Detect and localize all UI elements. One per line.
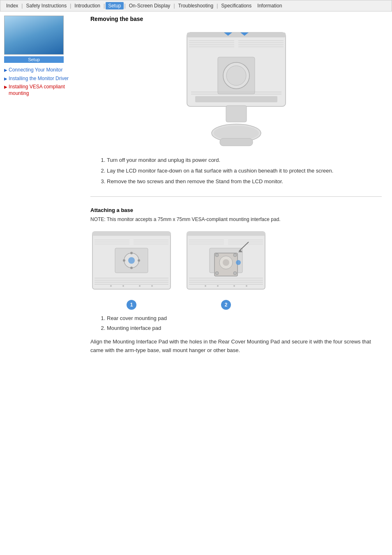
svg-point-68 [217, 285, 219, 287]
svg-point-35 [130, 267, 133, 269]
remove-step-2: Lay the LCD monitor face-down on a flat … [107, 166, 365, 175]
attaching-item-2: Mounting interface pad [107, 324, 365, 333]
nav-setup[interactable]: Setup [106, 2, 123, 9]
main-layout: Setup ▶ Connecting Your Monitor ▶ Instal… [0, 12, 392, 359]
attaching-image-2: 2 [185, 230, 267, 310]
sidebar-link-driver[interactable]: ▶ Installing the Monitor Driver [4, 76, 84, 82]
circle-number-1: 1 [127, 300, 136, 310]
nav-sep-6: | [217, 3, 218, 9]
nav-osd[interactable]: On-Screen Display [127, 2, 173, 9]
nav-intro[interactable]: Introduction [72, 2, 103, 9]
attaching-item-1: Rear cover mounting pad [107, 314, 365, 323]
sidebar-link-connecting[interactable]: ▶ Connecting Your Monitor [4, 67, 84, 74]
align-text: Align the Mounting Interface Pad with th… [90, 338, 382, 355]
svg-rect-15 [195, 96, 277, 102]
link-installing-driver[interactable]: Installing the Monitor Driver [9, 76, 69, 82]
svg-point-59 [215, 272, 219, 275]
svg-rect-46 [187, 232, 265, 236]
svg-point-57 [215, 253, 219, 257]
nav-specs[interactable]: Specifications [219, 2, 254, 9]
svg-point-58 [233, 253, 237, 257]
remove-step-3: Remove the two screws and then remove th… [107, 177, 365, 186]
remove-step-1: Turn off your monitor and unplug its pow… [107, 156, 365, 165]
sidebar-thumbnail [4, 16, 64, 55]
svg-point-43 [139, 285, 141, 287]
sidebar-link-vesa[interactable]: ▶ Installing VESA compliant mounting [4, 84, 84, 97]
thumbnail-image [5, 16, 63, 54]
nav-sep-5: | [173, 3, 175, 9]
svg-point-42 [122, 285, 124, 287]
nav-sep-1: | [21, 3, 23, 9]
svg-point-70 [246, 285, 247, 287]
svg-rect-1 [187, 32, 286, 37]
link-vesa-mounting[interactable]: Installing VESA compliant mounting [9, 84, 84, 97]
svg-point-56 [223, 259, 229, 266]
note-text: NOTE: This monitor accepts a 75mm x 75mm… [90, 216, 382, 222]
attaching-base-title: Attaching a base [90, 207, 382, 213]
svg-point-33 [138, 259, 140, 262]
arrow-icon-2: ▶ [4, 76, 7, 81]
monitor-back-image [90, 28, 382, 147]
svg-point-60 [233, 272, 237, 275]
attaching-list: Rear cover mounting pad Mounting interfa… [107, 314, 365, 333]
link-connecting-monitor[interactable]: Connecting Your Monitor [9, 67, 62, 74]
svg-point-32 [123, 259, 125, 262]
section-divider [90, 196, 382, 197]
attaching-svg-2 [185, 230, 267, 295]
nav-sep-2: | [70, 3, 71, 9]
svg-point-67 [205, 285, 206, 287]
nav-info[interactable]: Information [255, 2, 284, 9]
sidebar-setup-label: Setup [4, 56, 64, 63]
attaching-images-row: 1 [90, 230, 382, 310]
svg-point-36 [128, 257, 135, 264]
nav-sep-4: | [125, 3, 126, 9]
remove-steps-list: Turn off your monitor and unplug its pow… [107, 156, 365, 186]
nav-trouble[interactable]: Troubleshooting [176, 2, 216, 9]
attaching-image-1: 1 [90, 230, 173, 310]
monitor-svg [175, 28, 298, 147]
nav-index[interactable]: Index [4, 2, 21, 9]
circle-number-2: 2 [221, 300, 231, 310]
svg-point-34 [130, 252, 133, 254]
svg-rect-21 [220, 138, 253, 146]
svg-point-12 [226, 66, 246, 85]
content-area: Removing the base [84, 16, 388, 355]
nav-bar: Index | Safety Instructions | Introducti… [0, 0, 392, 12]
arrow-icon-3: ▶ [4, 85, 7, 89]
nav-safety[interactable]: Safety Instructions [23, 2, 69, 9]
svg-rect-18 [226, 106, 247, 122]
attaching-svg-1 [90, 230, 173, 295]
svg-point-71 [236, 260, 241, 265]
svg-point-44 [151, 285, 153, 287]
arrow-icon-1: ▶ [4, 68, 7, 72]
svg-rect-23 [92, 232, 171, 236]
svg-point-41 [110, 285, 112, 287]
removing-base-title: Removing the base [90, 16, 382, 22]
nav-sep-3: | [104, 3, 105, 9]
sidebar: Setup ▶ Connecting Your Monitor ▶ Instal… [4, 16, 84, 355]
svg-point-69 [233, 285, 235, 287]
